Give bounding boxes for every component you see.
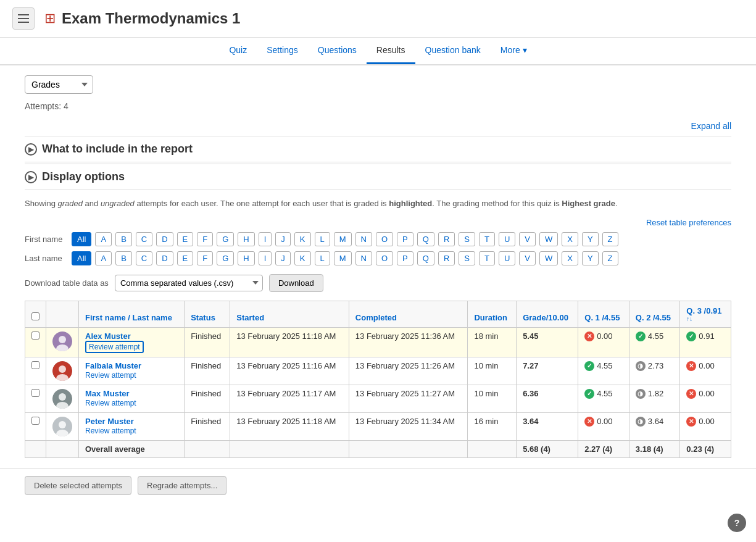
lastname-filter-k[interactable]: K [294, 251, 311, 265]
firstname-filter-g[interactable]: G [217, 232, 234, 246]
firstname-filter-l[interactable]: L [315, 232, 330, 246]
firstname-filter-h[interactable]: H [238, 232, 254, 246]
firstname-filter-k[interactable]: K [294, 232, 311, 246]
student-name-4[interactable]: Peter Muster [85, 417, 178, 426]
firstname-filter-v[interactable]: V [519, 232, 536, 246]
firstname-filter-w[interactable]: W [539, 232, 558, 246]
firstname-filter-p[interactable]: P [397, 232, 413, 246]
lastname-filter-o[interactable]: O [376, 251, 393, 265]
section-report-include-header[interactable]: ▶ What to include in the report [25, 136, 731, 162]
firstname-filter-z[interactable]: Z [602, 232, 618, 246]
firstname-filter-x[interactable]: X [562, 232, 578, 246]
review-link-2[interactable]: Review attempt [85, 371, 136, 380]
firstname-filter-r[interactable]: R [438, 232, 455, 246]
review-link-1[interactable]: Review attempt [85, 341, 144, 353]
row-checkbox-3[interactable] [25, 385, 46, 412]
review-link-3[interactable]: Review attempt [85, 399, 136, 407]
row-checkbox-2[interactable] [25, 357, 46, 385]
expand-all-link[interactable]: Expand all [691, 121, 731, 131]
select-all-checkbox[interactable] [31, 312, 39, 320]
lastname-filter-r[interactable]: R [438, 251, 455, 265]
student-name-2[interactable]: Falbala Muster [85, 361, 178, 370]
lastname-filter-s[interactable]: S [459, 251, 475, 265]
lastname-filter-m[interactable]: M [334, 251, 352, 265]
tab-questions[interactable]: Questions [308, 38, 367, 64]
reset-table-preferences-link[interactable]: Reset table preferences [646, 218, 731, 227]
lastname-filter-c[interactable]: C [136, 251, 152, 265]
firstname-filter-f[interactable]: F [197, 232, 213, 246]
section-display-options-header[interactable]: ▶ Display options [25, 164, 731, 190]
col-header-started[interactable]: Started [230, 301, 349, 327]
lastname-filter-v[interactable]: V [519, 251, 536, 265]
lastname-filter-i[interactable]: I [259, 251, 272, 265]
lastname-filter-n[interactable]: N [355, 251, 372, 265]
lastname-filter-g[interactable]: G [217, 251, 234, 265]
status-icon-q1-4: ✕ [584, 417, 594, 427]
firstname-filter-i[interactable]: I [259, 232, 272, 246]
grades-select[interactable]: Grades Responses Statistics [25, 75, 93, 94]
lastname-filter-d[interactable]: D [156, 251, 173, 265]
firstname-filter-y[interactable]: Y [582, 232, 599, 246]
student-name-1[interactable]: Alex Muster [85, 331, 178, 341]
firstname-filter-c[interactable]: C [136, 232, 152, 246]
col-header-q3[interactable]: Q. 3 /0.91 ↑↓ [680, 301, 731, 327]
lastname-filter-f[interactable]: F [197, 251, 213, 265]
firstname-filter-u[interactable]: U [499, 232, 515, 246]
firstname-filter-d[interactable]: D [156, 232, 173, 246]
last-name-filter: Last name All A B C D E F G H I J K L M … [25, 251, 731, 265]
tab-questionbank[interactable]: Question bank [415, 38, 491, 64]
lastname-filter-w[interactable]: W [539, 251, 558, 265]
tab-quiz[interactable]: Quiz [219, 38, 257, 64]
tab-more[interactable]: More ▾ [491, 38, 537, 64]
download-format-select[interactable]: Comma separated values (.csv) Microsoft … [115, 275, 263, 291]
lastname-filter-t[interactable]: T [479, 251, 495, 265]
firstname-filter-a[interactable]: A [95, 232, 112, 246]
row-checkbox-1[interactable] [25, 327, 46, 357]
firstname-filter-b[interactable]: B [115, 232, 132, 246]
cell-q1-4: ✕ 0.00 [578, 412, 629, 440]
col-header-name[interactable]: First name / Last name [79, 301, 185, 327]
firstname-filter-q[interactable]: Q [417, 232, 434, 246]
firstname-filter-s[interactable]: S [459, 232, 475, 246]
delete-selected-button[interactable]: Delete selected attempts [25, 476, 131, 495]
lastname-filter-u[interactable]: U [499, 251, 515, 265]
lastname-filter-a[interactable]: A [95, 251, 112, 265]
col-header-q2[interactable]: Q. 2 /4.55 [629, 301, 680, 327]
firstname-filter-o[interactable]: O [376, 232, 393, 246]
cell-q3-2: ✕ 0.00 [680, 357, 731, 385]
lastname-filter-x[interactable]: X [562, 251, 578, 265]
regrade-attempts-button[interactable]: Regrade attempts... [138, 476, 226, 495]
firstname-filter-n[interactable]: N [355, 232, 372, 246]
lastname-filter-y[interactable]: Y [582, 251, 599, 265]
firstname-filter-j[interactable]: J [275, 232, 291, 246]
firstname-filter-m[interactable]: M [334, 232, 352, 246]
hamburger-button[interactable] [12, 7, 35, 30]
col-header-status[interactable]: Status [185, 301, 230, 327]
review-link-4[interactable]: Review attempt [85, 427, 136, 435]
tab-settings[interactable]: Settings [257, 38, 308, 64]
col-header-duration[interactable]: Duration [468, 301, 517, 327]
status-icon-q3-2: ✕ [686, 361, 696, 371]
tab-results[interactable]: Results [367, 38, 415, 64]
lastname-filter-h[interactable]: H [238, 251, 254, 265]
overall-empty-1 [25, 440, 46, 457]
lastname-filter-z[interactable]: Z [602, 251, 618, 265]
download-button[interactable]: Download [269, 274, 323, 292]
firstname-filter-e[interactable]: E [177, 232, 194, 246]
col-header-completed[interactable]: Completed [349, 301, 468, 327]
student-name-3[interactable]: Max Muster [85, 389, 178, 398]
lastname-filter-p[interactable]: P [397, 251, 413, 265]
col-header-q1[interactable]: Q. 1 /4.55 [578, 301, 629, 327]
lastname-filter-j[interactable]: J [275, 251, 291, 265]
lastname-filter-e[interactable]: E [177, 251, 194, 265]
cell-grade-3: 6.36 [517, 385, 578, 412]
row-checkbox-4[interactable] [25, 412, 46, 440]
cell-name-2: Falbala Muster Review attempt [79, 357, 185, 385]
col-header-grade[interactable]: Grade/10.00 [517, 301, 578, 327]
lastname-filter-all[interactable]: All [72, 251, 91, 265]
lastname-filter-q[interactable]: Q [417, 251, 434, 265]
lastname-filter-l[interactable]: L [315, 251, 330, 265]
firstname-filter-all[interactable]: All [72, 232, 91, 246]
lastname-filter-b[interactable]: B [115, 251, 132, 265]
firstname-filter-t[interactable]: T [479, 232, 495, 246]
